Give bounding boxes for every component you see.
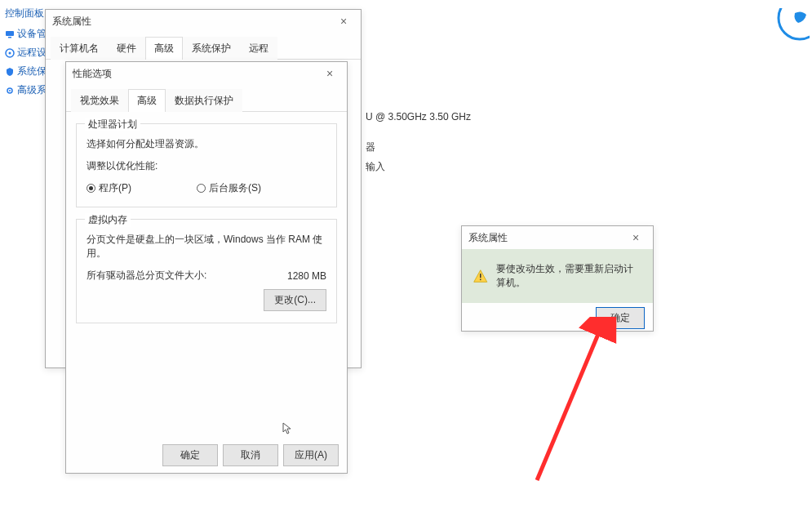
msg-ok-button[interactable]: 确定 xyxy=(596,307,645,329)
vm-total-value: 1280 MB xyxy=(287,270,326,282)
bg-text-3: 输入 xyxy=(366,160,385,174)
perf-ok-button[interactable]: 确定 xyxy=(162,444,218,466)
msg-text: 要使改动生效，需要重新启动计算机。 xyxy=(496,262,642,290)
scheduling-legend: 处理器计划 xyxy=(85,118,140,131)
perf-title: 性能选项 xyxy=(73,67,319,81)
radio-dot-icon xyxy=(197,184,206,193)
perf-titlebar: 性能选项 × xyxy=(66,62,347,85)
radio-background-services[interactable]: 后台服务(S) xyxy=(197,181,261,195)
svg-rect-1 xyxy=(6,31,14,36)
radio-bg-label: 后台服务(S) xyxy=(209,181,261,195)
shield-icon xyxy=(5,67,15,77)
svg-rect-7 xyxy=(480,274,481,278)
svg-point-0 xyxy=(779,8,810,39)
msg-body: 要使改动生效，需要重新启动计算机。 xyxy=(462,249,653,303)
performance-options-dialog: 性能选项 × 视觉效果 高级 数据执行保护 处理器计划 选择如何分配处理器资源。… xyxy=(65,61,348,474)
restart-message-dialog: 系统属性 × 要使改动生效，需要重新启动计算机。 确定 xyxy=(461,225,654,332)
gear-icon xyxy=(5,86,15,96)
sysprops-titlebar: 系统属性 × xyxy=(46,10,361,33)
remote-icon xyxy=(5,48,15,58)
tab-remote[interactable]: 远程 xyxy=(240,37,277,60)
bg-text-2: 器 xyxy=(366,140,375,154)
processor-scheduling-group: 处理器计划 选择如何分配处理器资源。 调整以优化性能: 程序(P) 后台服务(S… xyxy=(76,123,337,207)
scheduling-desc: 选择如何分配处理器资源。 xyxy=(87,137,326,151)
close-icon[interactable]: × xyxy=(625,231,646,244)
tab-hardware[interactable]: 硬件 xyxy=(108,37,145,60)
tab-perf-advanced[interactable]: 高级 xyxy=(128,89,166,112)
msg-footer: 确定 xyxy=(462,303,653,332)
svg-rect-2 xyxy=(8,37,11,38)
msg-titlebar: 系统属性 × xyxy=(462,226,653,249)
device-icon xyxy=(5,29,15,39)
tab-computer-name[interactable]: 计算机名 xyxy=(51,37,108,60)
tab-protection[interactable]: 系统保护 xyxy=(183,37,240,60)
app-badge-icon xyxy=(770,8,810,47)
tab-dep[interactable]: 数据执行保护 xyxy=(166,89,242,112)
radio-dot-icon xyxy=(87,184,95,193)
vm-total-label: 所有驱动器总分页文件大小: xyxy=(87,269,206,283)
radio-programs[interactable]: 程序(P) xyxy=(87,181,131,195)
tab-advanced[interactable]: 高级 xyxy=(145,37,183,60)
bg-cpu-text: U @ 3.50GHz 3.50 GHz xyxy=(366,111,471,122)
sysprops-title: 系统属性 xyxy=(52,15,333,29)
perf-tabs: 视觉效果 高级 数据执行保护 xyxy=(66,88,347,112)
vm-legend: 虚拟内存 xyxy=(85,213,131,227)
svg-rect-8 xyxy=(480,279,481,280)
vm-change-button[interactable]: 更改(C)... xyxy=(264,289,326,311)
scheduling-radio-row: 程序(P) 后台服务(S) xyxy=(87,181,326,195)
perf-cancel-button[interactable]: 取消 xyxy=(223,444,278,466)
svg-line-9 xyxy=(537,328,601,480)
msg-title: 系统属性 xyxy=(468,231,625,245)
scheduling-adjust-label: 调整以优化性能: xyxy=(87,159,326,173)
vm-total-row: 所有驱动器总分页文件大小: 1280 MB xyxy=(87,269,326,283)
perf-button-bar: 确定 取消 应用(A) xyxy=(162,444,339,466)
warning-icon xyxy=(473,269,488,283)
tab-visual-effects[interactable]: 视觉效果 xyxy=(71,89,128,112)
close-icon[interactable]: × xyxy=(319,67,340,80)
svg-point-4 xyxy=(9,51,11,54)
sysprops-tabs: 计算机名 硬件 高级 系统保护 远程 xyxy=(46,36,361,60)
virtual-memory-group: 虚拟内存 分页文件是硬盘上的一块区域，Windows 当作 RAM 使用。 所有… xyxy=(76,219,337,323)
vm-desc: 分页文件是硬盘上的一块区域，Windows 当作 RAM 使用。 xyxy=(87,233,326,261)
perf-apply-button[interactable]: 应用(A) xyxy=(283,444,339,466)
svg-point-6 xyxy=(9,90,11,91)
radio-programs-label: 程序(P) xyxy=(99,181,131,195)
annotation-arrow-icon xyxy=(504,317,635,488)
close-icon[interactable]: × xyxy=(333,15,354,28)
